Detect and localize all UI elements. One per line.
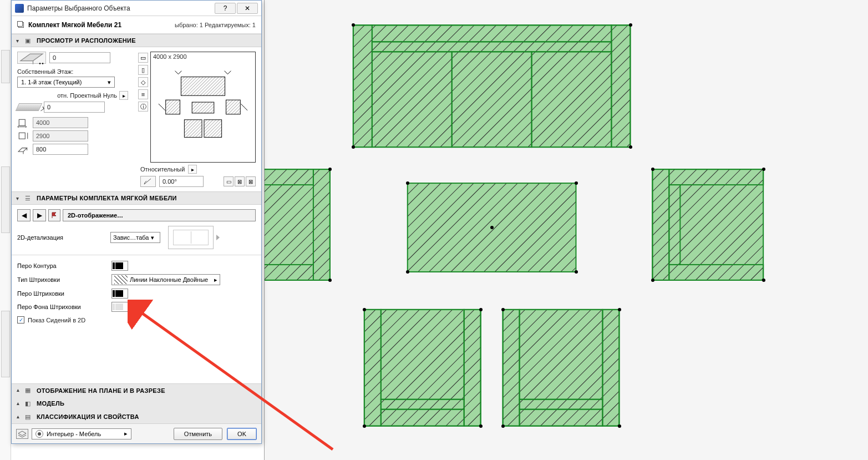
layer-combo[interactable]: Интерьер - Мебель ▸ <box>32 428 131 439</box>
svg-line-52 <box>162 107 165 110</box>
pen-contour-swatch[interactable] <box>111 261 128 271</box>
section-preview-header[interactable]: ▾ ▣ ПРОСМОТР И РАСПОЛОЖЕНИЕ <box>12 34 261 47</box>
project-zero-arrow-icon[interactable]: ▸ <box>119 91 128 100</box>
anchor-top-icon[interactable] <box>17 52 46 64</box>
eye-icon <box>35 430 43 438</box>
show-seats-checkbox[interactable]: ✓ <box>17 316 24 323</box>
class-icon: ▤ <box>23 412 32 421</box>
view-list-button[interactable]: ≡ <box>138 89 148 99</box>
detail-preview[interactable] <box>168 226 214 249</box>
layer-name: Интерьер - Мебель <box>47 431 121 437</box>
pen-hatch-label: Перо Штриховки <box>17 290 106 297</box>
expand-arrow-icon: ▸ <box>14 416 21 418</box>
svg-rect-46 <box>204 120 222 138</box>
dim-x-input[interactable] <box>33 117 88 128</box>
layer-icon[interactable] <box>16 429 28 439</box>
expand-arrow-icon: ▸ <box>14 402 21 405</box>
pen-contour-label: Перо Контура <box>17 262 106 269</box>
dim-x-icon <box>17 118 29 127</box>
project-zero-label: отн. Проектный Нуль <box>57 92 117 99</box>
dropdown-arrow-icon: ▾ <box>151 234 154 241</box>
pen-bg-swatch[interactable] <box>111 302 128 312</box>
mirror-x-button[interactable]: ▭ <box>224 176 234 186</box>
object-settings-dialog: Параметры Выбранного Объекта ? ✕ Комплек… <box>11 0 262 444</box>
elevation-bottom-input[interactable] <box>44 102 105 113</box>
section-model-header[interactable]: ▸ ◧ МОДЕЛЬ <box>12 397 261 410</box>
svg-rect-45 <box>184 120 202 138</box>
nav-back-button[interactable]: ◀ <box>17 209 31 221</box>
preview-toolbar: ▭ ▯ ◇ ≡ ⓘ <box>138 53 148 163</box>
edge-tab[interactable] <box>1 50 10 83</box>
svg-rect-38 <box>19 133 25 139</box>
dim-z-icon <box>17 145 29 154</box>
view-2d-button[interactable]: ▭ <box>138 53 148 63</box>
edge-tab[interactable] <box>1 311 10 377</box>
edge-tab[interactable] <box>1 166 10 233</box>
expand-arrow-icon: ▸ <box>14 389 21 392</box>
dropdown-arrow-icon: ▾ <box>108 79 111 86</box>
view-3d-button[interactable]: ◇ <box>138 77 148 87</box>
elevation-top-input[interactable] <box>49 52 110 63</box>
mirror-y-off-button[interactable]: ⊠ <box>246 176 256 186</box>
hatch-type-combo[interactable]: Линии Наклонные Двойные ▸ <box>111 274 220 285</box>
svg-rect-26 <box>503 310 620 426</box>
dim-y-icon <box>17 132 29 140</box>
dialog-titlebar[interactable]: Параметры Выбранного Объекта ? ✕ <box>12 1 261 16</box>
anchor-bottom-icon[interactable] <box>16 103 43 111</box>
svg-marker-32 <box>21 54 43 61</box>
param-path[interactable]: 2D-отображение… <box>63 209 256 221</box>
svg-rect-44 <box>192 102 214 113</box>
preview-body: Собственный Этаж: 1. 1-й этаж (Текущий)▾… <box>12 47 261 191</box>
dialog-footer: Интерьер - Мебель ▸ Отменить OK <box>12 423 261 443</box>
params-body: ◀ ▶ 2D-отображение… 2D-детализация Завис… <box>12 205 261 328</box>
view-front-button[interactable]: ▯ <box>138 65 148 75</box>
section-label: КЛАССИФИКАЦИЯ И СВОЙСТВА <box>37 413 139 420</box>
svg-rect-2 <box>353 25 631 147</box>
detail-value: Завис…таба <box>113 234 149 241</box>
relative-arrow-icon[interactable]: ▸ <box>188 165 197 174</box>
svg-line-49 <box>225 71 228 74</box>
dropdown-arrow-icon: ▸ <box>124 430 128 437</box>
dim-y-input[interactable] <box>33 130 88 141</box>
section-plan-header[interactable]: ▸ ▦ ОТОБРАЖЕНИЕ НА ПЛАНЕ И В РАЗРЕЗЕ <box>12 383 261 397</box>
svg-rect-20 <box>364 310 481 426</box>
hatch-type-label: Тип Штриховки <box>17 276 106 283</box>
section-label: ПАРАМЕТРЫ КОМПЛЕКТА МЯГКОЙ МЕБЕЛИ <box>37 195 177 201</box>
own-floor-value: 1. 1-й этаж (Текущий) <box>21 79 82 85</box>
collapse-arrow-icon: ▾ <box>16 195 19 201</box>
pen-bg-label: Перо Фона Штриховки <box>17 304 106 310</box>
favorites-icon[interactable] <box>17 21 25 29</box>
section-params-header[interactable]: ▾ ☰ ПАРАМЕТРЫ КОМПЛЕКТА МЯГКОЙ МЕБЕЛИ <box>12 191 261 205</box>
section-label: ОТОБРАЖЕНИЕ НА ПЛАНЕ И В РАЗРЕЗЕ <box>37 387 165 394</box>
close-button[interactable]: ✕ <box>237 3 258 14</box>
section-class-header[interactable]: ▸ ▤ КЛАССИФИКАЦИЯ И СВОЙСТВА <box>12 410 261 423</box>
svg-line-47 <box>175 71 179 74</box>
angle-input[interactable] <box>159 176 204 187</box>
preview-pane[interactable]: 4000 x 2900 <box>150 52 256 163</box>
preview-icon: ▣ <box>23 36 32 45</box>
ok-button[interactable]: OK <box>227 428 257 440</box>
dim-z-input[interactable] <box>33 144 88 155</box>
cancel-button[interactable]: Отменить <box>174 428 222 440</box>
svg-point-35 <box>42 63 44 64</box>
svg-rect-10 <box>265 169 330 280</box>
view-info-button[interactable]: ⓘ <box>138 102 148 112</box>
mirror-x-off-button[interactable]: ⊠ <box>235 176 245 186</box>
angle-icon-button[interactable] <box>140 176 156 187</box>
preview-dimensions: 4000 x 2900 <box>153 53 187 60</box>
drawing-canvas[interactable] <box>264 0 868 460</box>
nav-fwd-button[interactable]: ▶ <box>33 209 46 221</box>
pen-hatch-swatch[interactable] <box>111 289 128 299</box>
svg-line-54 <box>244 107 247 110</box>
svg-line-48 <box>178 71 181 74</box>
dialog-title: Параметры Выбранного Объекта <box>27 4 215 12</box>
svg-line-50 <box>228 71 231 74</box>
selection-info: ыбрано: 1 Редактируемых: 1 <box>175 22 256 28</box>
hatch-swatch-icon <box>114 275 128 284</box>
collapse-arrow-icon: ▾ <box>16 38 19 44</box>
help-button[interactable]: ? <box>215 3 236 14</box>
dropdown-arrow-icon: ▸ <box>214 276 217 284</box>
own-floor-combo[interactable]: 1. 1-й этаж (Текущий)▾ <box>17 77 115 88</box>
detail-combo[interactable]: Завис…таба ▾ <box>110 232 160 243</box>
svg-point-34 <box>39 63 41 64</box>
